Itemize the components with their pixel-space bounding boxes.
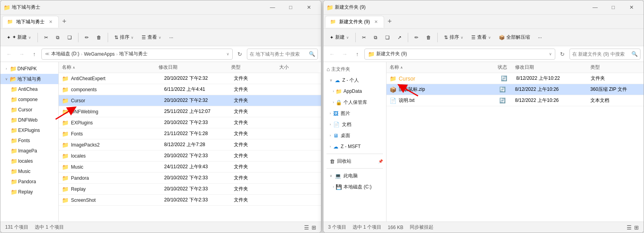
right-title-bar: 📁 新建文件夹 (9) — □ ✕ xyxy=(323,0,644,15)
left-tab-active[interactable]: 📁 地下城与勇士 ✕ xyxy=(2,16,59,28)
sidebar-item-diaxia[interactable]: ∨ 📂 地下城与勇 xyxy=(0,74,58,84)
right-maximize-button[interactable]: □ xyxy=(604,1,622,14)
right-sidebar-images[interactable]: › 🖼 图片 xyxy=(323,108,386,119)
delete-button[interactable]: 🗑 xyxy=(93,31,105,44)
col-header-name[interactable]: 名称 ∧ xyxy=(62,64,159,71)
sort-button[interactable]: ⇅ 排序 ∨ xyxy=(111,31,137,44)
right-search-icon[interactable]: 🔍 xyxy=(631,51,638,57)
right-tab-close[interactable]: ✕ xyxy=(373,19,379,25)
right-list-view-icon[interactable]: ☰ xyxy=(627,224,632,231)
right-col-header-name[interactable]: 名称 ∧ xyxy=(390,64,490,71)
diaxia-chevron: ∨ xyxy=(4,76,9,82)
sidebar-item-cursor[interactable]: 📁 Cursor xyxy=(0,105,58,115)
left-new-button[interactable]: ✦ ✦ 新建 ∨ xyxy=(4,31,34,44)
z-msft-label: Z - MSFT xyxy=(341,144,361,149)
sidebar-item-imagepa[interactable]: 📁 ImagePa xyxy=(0,146,58,156)
rename-button[interactable]: ✏ xyxy=(82,31,92,44)
sidebar-item-pandora[interactable]: 📁 Pandora xyxy=(0,177,58,187)
right-up-button[interactable]: ↑ xyxy=(352,49,363,60)
right-grid-view-icon[interactable]: ⊞ xyxy=(634,224,639,231)
right-more-button[interactable]: ··· xyxy=(535,31,545,44)
file-row-fonts[interactable]: 📁 Fonts 21/11/2022 下午1:28 文件夹 xyxy=(59,128,321,139)
paste-button[interactable]: ❏ xyxy=(64,31,75,44)
right-sidebar-documents[interactable]: › 📄 文档 xyxy=(323,119,386,130)
sidebar-item-dnfnpk[interactable]: › 📁 DNFNPK xyxy=(0,64,58,74)
right-col-header-type[interactable]: 类型 xyxy=(590,64,640,71)
left-refresh-button[interactable]: ↻ xyxy=(234,49,245,60)
right-copy-button[interactable]: ⧉ xyxy=(371,31,381,44)
right-close-button[interactable]: ✕ xyxy=(622,1,640,14)
left-grid-view-icon[interactable]: ⊞ xyxy=(312,224,316,231)
sidebar-item-replay[interactable]: 📁 Replay xyxy=(0,187,58,197)
file-row-screenshot[interactable]: 📁 ScreenShot 20/10/2022 下午2:33 文件夹 xyxy=(59,195,321,206)
sidebar-item-music[interactable]: 📁 Music xyxy=(0,166,58,177)
right-refresh-button[interactable]: ↻ xyxy=(557,49,568,60)
right-share-button[interactable]: ↗ xyxy=(394,31,405,44)
right-file-row-cursor[interactable]: 📁 Cursor 🔄 8/12/2022 上午10:22 文件夹 xyxy=(386,73,644,84)
sidebar-item-dnfweb[interactable]: 📁 DNFWeb xyxy=(0,115,58,125)
right-delete-button[interactable]: 🗑 xyxy=(423,31,434,44)
left-forward-button[interactable]: → xyxy=(16,49,27,60)
right-sidebar-z-personal[interactable]: ∨ ☁ Z - 个人 xyxy=(323,75,386,86)
sidebar-item-explugins[interactable]: 📁 EXPlugins xyxy=(0,125,58,135)
more-button[interactable]: ··· xyxy=(166,31,176,44)
right-search-input[interactable] xyxy=(572,51,630,57)
right-forward-button[interactable]: → xyxy=(339,49,350,60)
right-sidebar-trash[interactable]: 🗑 回收站 📌 xyxy=(323,156,386,167)
right-sidebar-z-msft[interactable]: › ☁ Z - MSFT xyxy=(323,141,386,152)
file-row-components[interactable]: 📁 components 6/11/2022 上午4:41 文件夹 xyxy=(59,84,321,95)
file-row-dnfwebimg[interactable]: 📁 DNFWebImg 25/11/2022 上午12:07 文件夹 xyxy=(59,106,321,117)
right-file-row-txt[interactable]: 📄 说明.txt 🔄 8/12/2022 上午10:26 文本文档 xyxy=(386,95,644,106)
left-list-view-icon[interactable]: ☰ xyxy=(304,224,309,231)
sidebar-item-locales[interactable]: 📁 locales xyxy=(0,156,58,166)
col-header-date[interactable]: 修改日期 xyxy=(159,64,231,71)
sidebar-item-compone[interactable]: 📁 compone xyxy=(0,94,58,105)
view-button[interactable]: ☰ 查看 ∨ xyxy=(138,31,164,44)
col-header-size[interactable]: 大小 xyxy=(279,64,318,71)
right-col-header-date[interactable]: 修改日期 xyxy=(515,64,590,71)
left-minimize-button[interactable]: — xyxy=(263,1,282,14)
right-sidebar-computer[interactable]: ∨ 💻 此电脑 xyxy=(323,170,386,181)
right-col-header-status[interactable]: 状态 xyxy=(490,64,515,71)
right-new-button[interactable]: ✦ 新建 ∨ xyxy=(327,31,352,44)
right-file-row-zip[interactable]: 📦 旧版鼠标.zip 🔄 8/12/2022 上午10:26 360压缩 ZIP… xyxy=(386,84,644,95)
file-row-explugins[interactable]: 📁 EXPlugins 20/10/2022 下午2:33 文件夹 xyxy=(59,117,321,128)
copy-button[interactable]: ⧉ xyxy=(53,31,63,44)
right-sidebar-desktop[interactable]: › 🖥 桌面 xyxy=(323,130,386,141)
file-row-imagepacks2[interactable]: 📁 ImagePacks2 8/12/2022 上午7:28 文件夹 xyxy=(59,139,321,150)
right-paste-button[interactable]: ❏ xyxy=(382,31,393,44)
left-search-icon[interactable]: 🔍 xyxy=(309,51,315,57)
right-view-button[interactable]: ☰ 查看 ∨ xyxy=(468,31,494,44)
left-close-button[interactable]: ✕ xyxy=(300,1,318,14)
left-new-tab-button[interactable]: + xyxy=(59,16,70,27)
right-minimize-button[interactable]: — xyxy=(586,1,604,14)
right-sidebar-personal-vault[interactable]: › 🔒 个人保管库 xyxy=(323,97,386,108)
right-extract-button[interactable]: 📦 全部解压缩 xyxy=(496,31,533,44)
right-back-button[interactable]: ← xyxy=(327,49,338,60)
right-sort-button[interactable]: ⇅ 排序 ∨ xyxy=(441,31,467,44)
file-row-anticheatexpert[interactable]: 📁 AntiCheatExpert 20/10/2022 下午2:32 文件夹 xyxy=(59,73,321,84)
right-sidebar-local-c[interactable]: › 💾 本地磁盘 (C:) xyxy=(323,181,386,192)
left-breadcrumb[interactable]: ≪ 本地磁盘 (D:) › WeGameApps › 地下城与勇士 ∨ xyxy=(41,49,233,60)
right-breadcrumb[interactable]: 📁 新建文件夹 (9) ∨ xyxy=(364,49,555,60)
sidebar-item-fonts[interactable]: 📁 Fonts xyxy=(0,135,58,146)
file-row-cursor[interactable]: 📁 Cursor 20/10/2022 下午2:32 文件夹 xyxy=(59,95,321,106)
file-row-music[interactable]: 📁 Music 24/11/2022 上午9:43 文件夹 xyxy=(59,162,321,173)
left-tab-close[interactable]: ✕ xyxy=(48,19,54,25)
file-row-locales[interactable]: 📁 locales 20/10/2022 下午2:33 文件夹 xyxy=(59,150,321,162)
left-maximize-button[interactable]: □ xyxy=(282,1,300,14)
cut-button[interactable]: ✂ xyxy=(41,31,51,44)
right-sidebar-appdata[interactable]: › 📁 AppData xyxy=(323,86,386,97)
right-rename-button[interactable]: ✏ xyxy=(411,31,422,44)
col-header-type[interactable]: 类型 xyxy=(231,64,279,71)
right-cut-button[interactable]: ✂ xyxy=(359,31,369,44)
right-new-tab-button[interactable]: + xyxy=(384,16,395,27)
right-tab-active[interactable]: 📁 新建文件夹 (9) ✕ xyxy=(325,16,384,28)
file-row-replay[interactable]: 📁 Replay 20/10/2022 下午2:33 文件夹 xyxy=(59,184,321,195)
left-search-input[interactable] xyxy=(250,51,307,57)
sidebar-item-antichea[interactable]: 📁 AntiChea xyxy=(0,84,58,94)
trash-label: 回收站 xyxy=(337,158,351,165)
left-up-button[interactable]: ↑ xyxy=(29,49,40,60)
file-row-pandora[interactable]: 📁 Pandora 20/10/2022 下午2:33 文件夹 xyxy=(59,173,321,184)
left-back-button[interactable]: ← xyxy=(4,49,15,60)
